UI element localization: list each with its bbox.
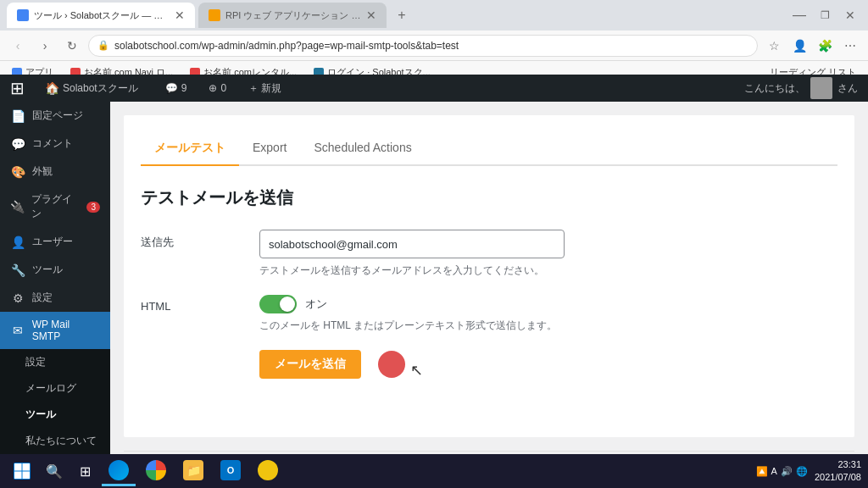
submenu-settings[interactable]: 設定 bbox=[0, 349, 110, 375]
new-tab-button[interactable]: + bbox=[390, 3, 414, 27]
sidebar-item-comments[interactable]: 💬 コメント bbox=[0, 130, 110, 158]
network-icon: 🌐 bbox=[796, 466, 808, 477]
tab-label-2: RPI ウェブ アプリケーション のクライアント と... bbox=[225, 9, 361, 22]
send-to-label: 送信先 bbox=[141, 230, 259, 250]
maximize-button[interactable]: ❐ bbox=[814, 4, 836, 26]
comments-bar-item[interactable]: 💬 9 bbox=[159, 75, 194, 102]
taskbar-yellow-app[interactable] bbox=[251, 456, 285, 486]
bookmark-star-button[interactable]: ☆ bbox=[763, 35, 785, 57]
comments-count: 9 bbox=[181, 82, 187, 94]
html-toggle[interactable] bbox=[259, 295, 297, 313]
users-label: ユーザー bbox=[32, 235, 73, 249]
new-content-bar-item[interactable]: ＋ 新規 bbox=[242, 75, 288, 102]
tab-close-button[interactable]: ✕ bbox=[175, 8, 185, 22]
submenu-settings-label: 設定 bbox=[25, 356, 46, 368]
taskbar-edge[interactable] bbox=[102, 456, 136, 486]
taskbar-outlook[interactable]: O bbox=[214, 456, 248, 486]
tab-mail-test[interactable]: メールテスト bbox=[141, 132, 239, 166]
send-to-hint: テストメールを送信するメールアドレスを入力してください。 bbox=[259, 263, 837, 278]
admin-bar-notifications: 💬 9 ⊕ 0 ＋ 新規 bbox=[159, 75, 289, 102]
comments-sidebar-label: コメント bbox=[32, 136, 73, 151]
submit-spacer bbox=[141, 350, 259, 355]
plugins-icon: 🔌 bbox=[10, 200, 25, 214]
wp-admin-bar: ⊞ 🏠 Solabotスクール 💬 9 ⊕ 0 ＋ 新規 こんにちは、 bbox=[0, 75, 868, 102]
taskbar-task-view[interactable]: ⊞ bbox=[71, 458, 98, 485]
content-area: メールテスト Export Scheduled Actions テストメールを送… bbox=[124, 115, 854, 437]
taskbar-start-button[interactable] bbox=[7, 456, 37, 486]
refresh-button[interactable]: ↻ bbox=[61, 35, 83, 57]
send-to-input[interactable] bbox=[259, 230, 565, 258]
appearance-icon: 🎨 bbox=[10, 165, 25, 179]
tab-active[interactable]: ツール › Solabotスクール — WordPr... ✕ bbox=[7, 3, 195, 28]
sidebar-item-settings[interactable]: ⚙ 設定 bbox=[0, 284, 110, 312]
sidebar-item-plugins[interactable]: 🔌 プラグイン 3 bbox=[0, 186, 110, 228]
close-window-button[interactable]: ✕ bbox=[839, 4, 861, 26]
updates-bar-item[interactable]: ⊕ 0 bbox=[202, 75, 233, 102]
toggle-row: オン bbox=[259, 295, 837, 313]
taskbar-sys-tray: 🔼 A 🔊 🌐 bbox=[756, 466, 808, 477]
submenu-about[interactable]: 私たちについて bbox=[0, 428, 110, 454]
minimize-button[interactable]: — bbox=[788, 4, 810, 26]
windows-logo bbox=[14, 463, 31, 480]
menu-button[interactable]: ⋯ bbox=[839, 35, 861, 57]
page-wrapper: ツール › Solabotスクール — WordPr... ✕ RPI ウェブ … bbox=[0, 0, 868, 488]
svg-rect-1 bbox=[23, 463, 31, 471]
taskbar-chrome[interactable] bbox=[139, 456, 173, 486]
comments-sidebar-icon: 💬 bbox=[10, 137, 25, 151]
wp-mail-smtp-icon: ✉ bbox=[10, 324, 25, 337]
tab-export[interactable]: Export bbox=[239, 132, 300, 166]
profile-button[interactable]: 👤 bbox=[788, 35, 810, 57]
tools-label: ツール bbox=[32, 263, 63, 277]
updates-count: 0 bbox=[220, 82, 226, 94]
sidebar-item-fixed-pages[interactable]: 📄 固定ページ bbox=[0, 102, 110, 130]
settings-label: 設定 bbox=[32, 291, 53, 305]
tab-inactive[interactable]: RPI ウェブ アプリケーション のクライアント と... ✕ bbox=[198, 3, 387, 28]
tab-close-button-2[interactable]: ✕ bbox=[366, 8, 376, 22]
svg-rect-3 bbox=[23, 472, 31, 480]
form-row-html: HTML オン このメールを HTML またはプレーンテキスト形式で送信します。 bbox=[141, 295, 837, 333]
extensions-button[interactable]: 🧩 bbox=[814, 35, 836, 57]
users-icon: 👤 bbox=[10, 236, 25, 249]
taskbar-explorer[interactable]: 📁 bbox=[176, 456, 210, 486]
plugins-badge: 3 bbox=[86, 202, 100, 213]
fixed-pages-icon: 📄 bbox=[10, 109, 25, 123]
submenu-tools-label: ツール bbox=[25, 408, 56, 420]
browser-chrome: ツール › Solabotスクール — WordPr... ✕ RPI ウェブ … bbox=[0, 0, 868, 75]
taskbar-right-area: 🔼 A 🔊 🌐 23:31 2021/07/08 bbox=[756, 458, 861, 485]
tab-favicon-2 bbox=[209, 9, 220, 21]
keyboard-icon: A bbox=[771, 466, 777, 477]
html-label: HTML bbox=[141, 295, 259, 313]
sidebar-item-appearance[interactable]: 🎨 外観 bbox=[0, 158, 110, 186]
svg-rect-2 bbox=[14, 472, 22, 480]
taskbar-search-button[interactable]: 🔍 bbox=[41, 458, 68, 485]
sidebar-item-users[interactable]: 👤 ユーザー bbox=[0, 228, 110, 256]
tab-bar: ツール › Solabotスクール — WordPr... ✕ RPI ウェブ … bbox=[0, 0, 868, 30]
tray-icon-1: 🔼 bbox=[756, 466, 768, 477]
main-content: メールテスト Export Scheduled Actions テストメールを送… bbox=[110, 102, 868, 454]
submenu-about-label: 私たちについて bbox=[25, 435, 97, 446]
sidebar-item-tools[interactable]: 🔧 ツール bbox=[0, 256, 110, 284]
nav-icons: ☆ 👤 🧩 ⋯ bbox=[763, 35, 861, 57]
back-button[interactable]: ‹ bbox=[7, 35, 29, 57]
clock-date: 2021/07/08 bbox=[815, 471, 861, 484]
wp-area: ⊞ 🏠 Solabotスクール 💬 9 ⊕ 0 ＋ 新規 こんにちは、 bbox=[0, 75, 868, 454]
new-label: ＋ 新規 bbox=[248, 81, 281, 96]
tab-scheduled-actions[interactable]: Scheduled Actions bbox=[300, 132, 425, 166]
appearance-label: 外観 bbox=[32, 164, 53, 179]
submenu-mail-log[interactable]: メールログ bbox=[0, 375, 110, 402]
send-to-field: テストメールを送信するメールアドレスを入力してください。 bbox=[259, 230, 837, 278]
taskbar-clock[interactable]: 23:31 2021/07/08 bbox=[815, 458, 861, 485]
forward-button[interactable]: › bbox=[34, 35, 56, 57]
house-icon: 🏠 bbox=[45, 81, 59, 95]
admin-bar-site[interactable]: 🏠 Solabotスクール bbox=[38, 75, 145, 102]
sidebar-item-wp-mail-smtp[interactable]: ✉ WP Mail SMTP bbox=[0, 312, 110, 349]
sidebar-submenu: 設定 メールログ ツール 私たちについて bbox=[0, 349, 110, 454]
plugins-label: プラグイン bbox=[31, 192, 76, 221]
submenu-mail-log-label: メールログ bbox=[25, 382, 76, 394]
address-bar[interactable]: 🔒 solabotschool.com/wp-admin/admin.php?p… bbox=[88, 35, 758, 57]
send-mail-button[interactable]: メールを送信 bbox=[259, 350, 361, 379]
submenu-tools[interactable]: ツール bbox=[0, 402, 110, 428]
user-avatar bbox=[810, 77, 832, 99]
settings-icon: ⚙ bbox=[10, 291, 25, 305]
lock-icon: 🔒 bbox=[97, 40, 109, 51]
